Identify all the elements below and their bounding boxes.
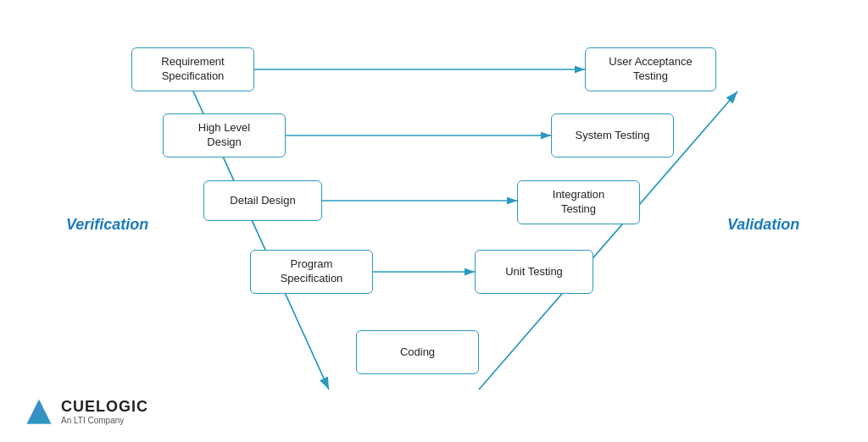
high-level-label: High Level Design (198, 121, 250, 150)
unit-test-node: Unit Testing (475, 250, 593, 294)
integration-test-label: Integration Testing (553, 188, 604, 217)
system-test-label: System Testing (576, 129, 650, 143)
prog-spec-label: Program Specification (281, 257, 343, 286)
uat-label: User Acceptance Testing (609, 55, 692, 84)
svg-marker-10 (27, 408, 52, 423)
req-spec-label: Requirement Specification (161, 55, 224, 84)
req-spec-node: Requirement Specification (131, 47, 254, 91)
prog-spec-node: Program Specification (250, 250, 373, 294)
diagram-container: Requirement Specification High Level Des… (0, 0, 868, 442)
logo-sub-text: An LTI Company (61, 416, 148, 425)
coding-node: Coding (356, 330, 479, 374)
validation-label: Validation (727, 216, 799, 234)
logo-area: CUELOGIC An LTI Company (24, 396, 148, 427)
detail-design-node: Detail Design (203, 180, 322, 221)
logo-main-text: CUELOGIC (61, 398, 148, 416)
high-level-node: High Level Design (163, 113, 286, 157)
detail-design-label: Detail Design (230, 194, 295, 208)
cuelogic-logo-icon (24, 396, 54, 427)
unit-test-label: Unit Testing (505, 265, 563, 279)
logo-text: CUELOGIC An LTI Company (61, 398, 148, 425)
verification-label: Verification (66, 216, 148, 234)
system-test-node: System Testing (551, 113, 674, 157)
coding-label: Coding (400, 345, 435, 360)
integration-test-node: Integration Testing (517, 180, 640, 224)
uat-node: User Acceptance Testing (585, 47, 716, 91)
